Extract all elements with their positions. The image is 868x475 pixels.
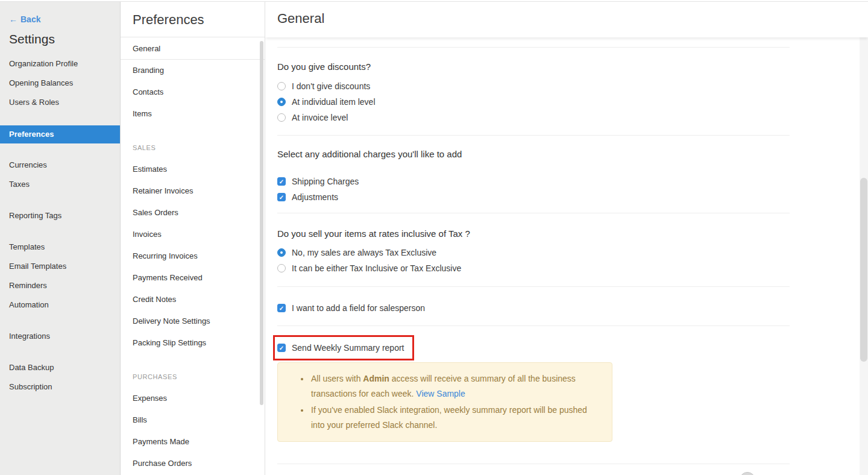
question-tax-inclusive: Do you sell your items at rates inclusiv… [277,228,868,239]
checkbox-checked-icon[interactable] [277,177,286,186]
divider [277,326,790,326]
prefs-item-payments-received[interactable]: Payments Received [121,267,265,289]
sidebar-title: Settings [9,32,120,46]
checkbox-checked-icon[interactable] [277,193,286,201]
option-label: No, my sales are always Tax Exclusive [292,248,436,257]
prefs-item-bills[interactable]: Bills [121,409,265,431]
sidebar-item-reporting-tags[interactable]: Reporting Tags [0,206,120,225]
prefs-item-payments-made[interactable]: Payments Made [121,431,265,453]
salesperson-option-wrap: I want to add a field for salesperson [277,300,868,316]
checkbox-option-adjustments[interactable]: Adjustments [277,189,868,205]
prefs-item-credit-notes[interactable]: Credit Notes [121,289,265,310]
divider [277,213,790,213]
prefs-section-sales: SALES [121,137,265,159]
bottom-partial-circle [740,472,755,475]
option-label: At individual item level [292,97,376,107]
info-bullet-admin: All users with Admin access will receive… [310,371,594,401]
sidebar-item-templates[interactable]: Templates [0,238,120,257]
divider [277,47,790,48]
main-header: General [265,0,868,37]
prefs-item-sales-orders[interactable]: Sales Orders [121,202,265,224]
radio-option-invoice-level[interactable]: At invoice level [277,110,868,125]
sidebar-item-opening-balances[interactable]: Opening Balances [0,74,120,93]
preferences-panel-title: Preferences [121,0,265,37]
page-title: General [277,11,868,27]
back-arrow-icon: ← [9,14,17,24]
app-window: ←Back Settings Organization Profile Open… [0,0,868,475]
sidebar-item-email-templates[interactable]: Email Templates [0,257,120,276]
weekly-summary-highlight-box: Send Weekly Summary report [273,335,414,360]
back-link-label: Back [20,14,40,24]
sidebar-item-subscription[interactable]: Subscription [0,377,120,397]
prefs-item-recurring-invoices[interactable]: Recurring Invoices [121,245,265,267]
prefs-item-invoices[interactable]: Invoices [121,224,265,245]
info-bullet-slack: If you've enabled Slack integration, wee… [310,403,594,433]
option-label: Shipping Charges [292,177,359,186]
option-label: Adjustments [292,192,338,202]
radio-unchecked-icon[interactable] [277,264,286,272]
tax-options: No, my sales are always Tax Exclusive It… [277,245,868,276]
divider [277,464,790,464]
radio-option-no-discounts[interactable]: I don't give discounts [277,78,868,94]
prefs-item-delivery-note-settings[interactable]: Delivery Note Settings [121,310,265,332]
back-link[interactable]: ←Back [9,14,120,24]
prefs-item-expenses[interactable]: Expenses [121,388,265,409]
sidebar-item-integrations[interactable]: Integrations [0,327,120,346]
prefs-item-estimates[interactable]: Estimates [121,159,265,180]
radio-option-tax-either[interactable]: It can be either Tax Inclusive or Tax Ex… [277,260,868,276]
radio-checked-icon[interactable] [277,98,286,106]
prefs-item-contacts[interactable]: Contacts [121,81,265,103]
preferences-panel-scrollbar[interactable] [260,41,263,405]
option-label: I want to add a field for salesperson [292,303,425,313]
checkbox-option-weekly-summary[interactable]: Send Weekly Summary report [277,340,404,356]
prefs-section-purchases: PURCHASES [121,366,265,388]
sidebar-item-data-backup[interactable]: Data Backup [0,358,120,377]
sidebar-item-organization-profile[interactable]: Organization Profile [0,54,120,74]
prefs-item-packing-slip-settings[interactable]: Packing Slip Settings [121,332,265,354]
additional-charges-options: Shipping Charges Adjustments [277,174,868,205]
general-settings-main: General Do you give discounts? I don't g… [265,0,868,475]
sidebar-item-currencies[interactable]: Currencies [0,156,120,175]
sidebar-item-taxes[interactable]: Taxes [0,175,120,194]
radio-checked-icon[interactable] [277,248,286,257]
view-sample-link[interactable]: View Sample [416,389,465,398]
question-discounts: Do you give discounts? [277,61,868,72]
main-content: Do you give discounts? I don't give disc… [265,47,868,464]
sidebar-item-reminders[interactable]: Reminders [0,276,120,295]
checkbox-option-salesperson-field[interactable]: I want to add a field for salesperson [277,300,868,316]
preferences-nav-list: General Branding Contacts Items SALES Es… [121,37,265,474]
option-label: Send Weekly Summary report [292,343,404,353]
radio-unchecked-icon[interactable] [277,113,286,122]
option-label: It can be either Tax Inclusive or Tax Ex… [292,263,461,273]
checkbox-option-shipping-charges[interactable]: Shipping Charges [277,174,868,189]
info-text: If you've enabled Slack integration, wee… [311,405,587,430]
radio-unchecked-icon[interactable] [277,82,286,90]
settings-nav: Organization Profile Opening Balances Us… [0,54,120,397]
discount-options: I don't give discounts At individual ite… [277,78,868,125]
question-additional-charges: Select any additional charges you'll lik… [277,149,868,159]
checkbox-checked-icon[interactable] [277,344,286,352]
settings-sidebar: ←Back Settings Organization Profile Open… [0,0,121,475]
option-label: At invoice level [292,113,348,122]
preferences-panel: Preferences General Branding Contacts It… [121,0,265,475]
window-top-edge [0,0,868,2]
weekly-summary-info-box: All users with Admin access will receive… [277,362,612,442]
prefs-item-items[interactable]: Items [121,103,265,125]
prefs-item-retainer-invoices[interactable]: Retainer Invoices [121,180,265,202]
info-bold-text: Admin [363,374,389,383]
sidebar-item-preferences[interactable]: Preferences [0,125,120,143]
divider [277,286,790,287]
prefs-item-general[interactable]: General [121,37,265,60]
checkbox-checked-icon[interactable] [277,304,286,312]
option-label: I don't give discounts [292,81,370,91]
prefs-item-purchase-orders[interactable]: Purchase Orders [121,453,265,474]
sidebar-item-automation[interactable]: Automation [0,295,120,315]
prefs-item-branding[interactable]: Branding [121,60,265,81]
divider [277,135,790,136]
radio-option-item-level[interactable]: At individual item level [277,94,868,110]
radio-option-tax-exclusive[interactable]: No, my sales are always Tax Exclusive [277,245,868,260]
sidebar-item-users-roles[interactable]: Users & Roles [0,93,120,112]
info-text: All users with [311,374,363,383]
